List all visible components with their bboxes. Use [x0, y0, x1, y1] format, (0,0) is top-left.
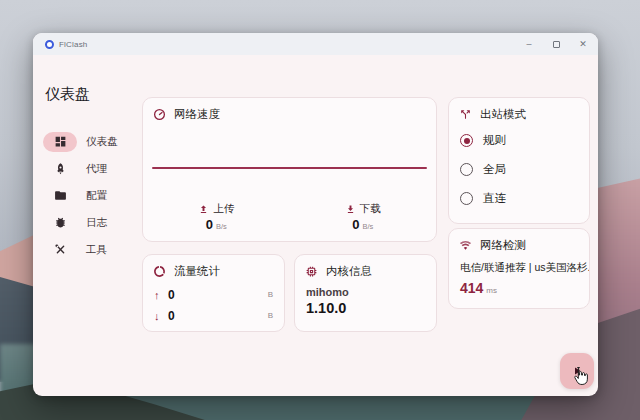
download-icon [345, 204, 356, 215]
traffic-upload-row: ↑ 0 B [143, 285, 284, 304]
speed-chart-line [152, 167, 427, 169]
traffic-down-unit: B [268, 311, 273, 320]
mode-option-label: 规则 [483, 133, 506, 148]
memory-icon [305, 265, 318, 278]
upload-unit: B/s [216, 222, 227, 231]
down-arrow-icon: ↓ [154, 310, 168, 322]
minimize-button[interactable]: – [524, 38, 534, 50]
network-check-card[interactable]: 网络检测 电信/联通推荐 | us美国洛杉... 414 ms [448, 228, 590, 309]
download-label: 下载 [360, 202, 381, 216]
desktop-wallpaper: FlClash – ✕ 仪表盘 仪表盘 代理 配置 [0, 0, 640, 420]
download-stat: 下载 0 B/s [290, 202, 437, 232]
traffic-stats-card: 流量统计 ↑ 0 B ↓ 0 B [142, 254, 285, 332]
card-title: 出站模式 [480, 107, 526, 122]
data-usage-icon [153, 265, 166, 278]
card-title: 流量统计 [174, 264, 220, 279]
cursor-pointer-icon [572, 366, 589, 386]
folder-icon [54, 189, 67, 202]
page-title: 仪表盘 [45, 85, 90, 104]
traffic-up-unit: B [268, 290, 273, 299]
card-title: 网络检测 [480, 238, 526, 253]
download-value: 0 [352, 217, 359, 232]
bug-icon [54, 216, 67, 229]
card-title: 网络速度 [174, 107, 220, 122]
call-split-icon [459, 108, 472, 121]
core-version: 1.10.0 [295, 298, 436, 316]
sidebar-item-label: 仪表盘 [86, 135, 118, 149]
app-logo-icon [45, 40, 54, 49]
mode-option-rule[interactable]: 规则 [449, 126, 589, 155]
network-speed-card: 网络速度 上传 0 B/s 下载 [142, 97, 437, 242]
radio-selected-icon [460, 134, 473, 147]
sidebar-item-label: 日志 [86, 216, 107, 230]
outbound-mode-card: 出站模式 规则 全局 直连 [448, 97, 590, 224]
speed-stats: 上传 0 B/s 下载 0 B/s [143, 202, 436, 232]
close-button[interactable]: ✕ [578, 38, 588, 50]
sidebar-nav: 仪表盘 代理 配置 日志 工具 [33, 128, 137, 263]
network-check-unit: ms [486, 286, 497, 295]
sidebar-item-profiles[interactable]: 配置 [33, 182, 137, 209]
network-check-provider: 电信/联通推荐 | us美国洛杉... [449, 257, 589, 275]
maximize-icon [553, 41, 560, 48]
core-name: mihomo [295, 283, 436, 298]
download-unit: B/s [362, 222, 373, 231]
up-arrow-icon: ↑ [154, 289, 168, 301]
upload-stat: 上传 0 B/s [143, 202, 290, 232]
sidebar-item-label: 代理 [86, 162, 107, 176]
app-title: FlClash [59, 40, 88, 49]
traffic-down-value: 0 [168, 309, 175, 323]
core-info-card: 内核信息 mihomo 1.10.0 [294, 254, 437, 332]
card-title: 内核信息 [326, 264, 372, 279]
sidebar-item-label: 工具 [86, 243, 107, 257]
mode-option-direct[interactable]: 直连 [449, 184, 589, 213]
radio-unselected-icon [460, 192, 473, 205]
radio-unselected-icon [460, 163, 473, 176]
sidebar-item-label: 配置 [86, 189, 107, 203]
maximize-button[interactable] [551, 38, 561, 50]
network-check-latency: 414 [460, 280, 483, 296]
sidebar-item-logs[interactable]: 日志 [33, 209, 137, 236]
upload-label: 上传 [213, 202, 234, 216]
upload-icon [198, 204, 209, 215]
traffic-download-row: ↓ 0 B [143, 306, 284, 325]
sidebar-item-dashboard[interactable]: 仪表盘 [33, 128, 137, 155]
app-window: FlClash – ✕ 仪表盘 仪表盘 代理 配置 [33, 33, 598, 396]
upload-value: 0 [206, 217, 213, 232]
traffic-up-value: 0 [168, 288, 175, 302]
wifi-check-icon [459, 239, 472, 252]
rocket-icon [54, 162, 67, 175]
mode-option-label: 直连 [483, 191, 506, 206]
mode-option-label: 全局 [483, 162, 506, 177]
sidebar-item-proxies[interactable]: 代理 [33, 155, 137, 182]
dashboard-icon [54, 135, 67, 148]
speedometer-icon [153, 108, 166, 121]
tools-icon [54, 243, 67, 256]
sidebar-item-tools[interactable]: 工具 [33, 236, 137, 263]
mode-option-global[interactable]: 全局 [449, 155, 589, 184]
window-titlebar[interactable]: FlClash – ✕ [33, 33, 598, 55]
